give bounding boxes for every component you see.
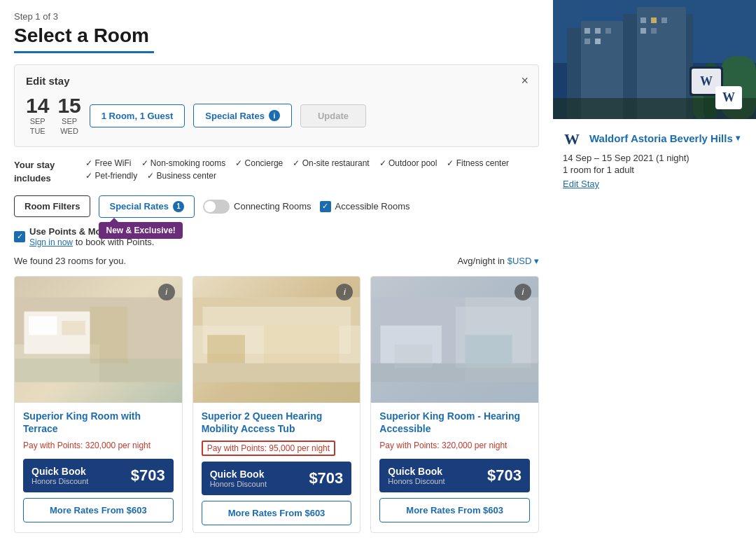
step-label: Step 1 of 3 — [14, 11, 539, 22]
amenities-list: Free WiFi Non-smoking rooms Concierge On… — [85, 158, 539, 181]
svg-rect-27 — [595, 28, 601, 34]
amenity-wifi: Free WiFi — [85, 158, 131, 168]
room-name-2[interactable]: Superior 2 Queen Hearing Mobility Access… — [202, 410, 352, 436]
svg-rect-35 — [651, 28, 657, 34]
results-count: We found 23 rooms for you. — [14, 256, 126, 266]
quick-book-sub-3: Honors Discount — [388, 477, 444, 485]
room-price-2: $703 — [309, 469, 343, 487]
svg-text:W: W — [564, 130, 580, 148]
room-name-1[interactable]: Superior King Room with Terrace — [23, 410, 174, 436]
close-button[interactable]: × — [521, 74, 528, 88]
more-rates-button-3[interactable]: More Rates From $603 — [379, 498, 530, 522]
amenity-fitness: Fitness center — [447, 158, 509, 168]
svg-rect-11 — [264, 325, 340, 363]
accessible-rooms-checkbox[interactable]: ✓ Accessible Rooms — [320, 201, 410, 212]
filters-row: Room Filters Special Rates 1 New & Exclu… — [14, 195, 539, 247]
room-image-2: i — [193, 277, 360, 403]
checkin-date: 14 SEP TUE — [26, 95, 49, 137]
amenity-pet: Pet-friendly — [85, 171, 137, 181]
svg-rect-26 — [584, 28, 590, 34]
svg-rect-3 — [29, 316, 57, 335]
update-button[interactable]: Update — [300, 104, 366, 127]
amenity-business: Business center — [147, 171, 216, 181]
special-rates-filter-badge: 1 — [173, 201, 184, 212]
right-panel: W W W Waldorf Astoria Beverly Hills ▾ 14… — [553, 0, 756, 540]
svg-rect-33 — [662, 18, 667, 23]
svg-rect-28 — [606, 28, 611, 34]
svg-rect-5 — [90, 307, 128, 364]
quick-book-sub-1: Honors Discount — [31, 477, 88, 485]
more-rates-button-2[interactable]: More Rates From $603 — [202, 501, 352, 525]
svg-rect-4 — [62, 321, 85, 335]
room-points-2: Pay with Points: 95,000 per night — [202, 441, 335, 456]
quick-book-button-2[interactable]: Quick Book Honors Discount $703 — [202, 462, 352, 495]
special-rates-edit-button[interactable]: Special Rates i — [193, 104, 292, 127]
quick-book-label-1: Quick Book — [31, 466, 88, 477]
svg-rect-29 — [584, 39, 590, 44]
hotel-dates: 14 Sep – 15 Sep 2021 (1 night) — [563, 153, 746, 163]
room-price-3: $703 — [487, 466, 522, 485]
svg-rect-10 — [207, 335, 245, 363]
room-info-icon-1[interactable]: i — [158, 284, 175, 300]
accessible-checkbox-icon[interactable]: ✓ — [320, 201, 331, 212]
more-rates-button-1[interactable]: More Rates From $603 — [23, 498, 174, 522]
hotel-room-info: 1 room for 1 adult — [563, 165, 746, 175]
accessible-rooms-label: Accessible Rooms — [335, 201, 410, 212]
amenity-concierge: Concierge — [235, 158, 283, 168]
hotel-name-link[interactable]: Waldorf Astoria Beverly Hills ▾ — [589, 132, 740, 144]
connecting-rooms-toggle[interactable]: Connecting Rooms — [203, 200, 312, 214]
svg-rect-12 — [193, 363, 360, 382]
svg-rect-31 — [640, 18, 646, 23]
quick-book-button-1[interactable]: Quick Book Honors Discount $703 — [23, 459, 174, 492]
room-filters-button[interactable]: Room Filters — [14, 195, 90, 217]
waldorf-logo: W — [563, 127, 584, 148]
room-points-3: Pay with Points: 320,000 per night — [379, 441, 530, 453]
hotel-info-panel: W Waldorf Astoria Beverly Hills ▾ 14 Sep… — [553, 119, 756, 198]
quick-book-button-3[interactable]: Quick Book Honors Discount $703 — [379, 459, 530, 492]
room-card-1: i Superior King Room with Terrace Pay wi… — [14, 276, 183, 533]
svg-rect-32 — [651, 18, 657, 23]
room-price-1: $703 — [131, 466, 165, 485]
quick-book-label-2: Quick Book — [210, 469, 267, 480]
edit-stay-title: Edit stay — [26, 75, 527, 87]
stay-includes-label: Your stay includes — [14, 158, 78, 186]
checkout-date: 15 SEP WED — [57, 95, 80, 137]
edit-stay-right-link[interactable]: Edit Stay — [563, 179, 599, 189]
svg-rect-6 — [15, 358, 182, 382]
svg-rect-18 — [465, 335, 512, 363]
results-info-row: We found 23 rooms for you. Avg/night in … — [14, 256, 539, 266]
hotel-logo-row: W Waldorf Astoria Beverly Hills ▾ — [563, 127, 746, 148]
quick-book-sub-2: Honors Discount — [210, 480, 267, 488]
connecting-rooms-label: Connecting Rooms — [234, 201, 312, 212]
connecting-toggle-switch[interactable] — [203, 200, 230, 214]
amenity-restaurant: On-site restaurant — [293, 158, 369, 168]
special-rates-filter-button[interactable]: Special Rates 1 — [99, 195, 195, 218]
svg-rect-30 — [595, 39, 601, 44]
use-points-checkbox[interactable]: ✓ — [14, 231, 25, 242]
title-underline — [14, 51, 154, 53]
svg-rect-19 — [371, 363, 538, 382]
amenity-pool: Outdoor pool — [379, 158, 438, 168]
amenity-nonsmoking: Non-smoking rooms — [141, 158, 226, 168]
room-info-icon-2[interactable]: i — [336, 284, 353, 300]
special-rates-badge: i — [269, 110, 280, 121]
sign-in-link[interactable]: Sign in now — [29, 237, 73, 247]
rooms-guests-button[interactable]: 1 Room, 1 Guest — [90, 104, 186, 127]
currency-selector[interactable]: $USD ▾ — [507, 256, 539, 266]
svg-text:W: W — [700, 74, 713, 88]
room-info-icon-3[interactable]: i — [514, 284, 531, 300]
rooms-grid: i Superior King Room with Terrace Pay wi… — [14, 276, 539, 533]
room-image-1: i — [15, 277, 182, 403]
edit-stay-box: Edit stay × 14 SEP TUE 15 SEP WED — [14, 64, 539, 147]
room-card-3: i Superior King Room - Hearing Accessibl… — [370, 276, 539, 533]
room-card-2: i Superior 2 Queen Hearing Mobility Acce… — [192, 276, 361, 533]
room-name-3[interactable]: Superior King Room - Hearing Accessible — [379, 410, 530, 436]
svg-rect-34 — [640, 28, 646, 34]
new-exclusive-tooltip: New & Exclusive! — [99, 222, 182, 239]
quick-book-label-3: Quick Book — [388, 466, 444, 477]
stay-includes-section: Your stay includes Free WiFi Non-smoking… — [14, 158, 539, 186]
page-title: Select a Room — [14, 25, 539, 47]
avg-night-info: Avg/night in $USD ▾ — [457, 256, 539, 266]
room-points-1: Pay with Points: 320,000 per night — [23, 441, 174, 453]
hotel-image: W W — [553, 0, 756, 119]
